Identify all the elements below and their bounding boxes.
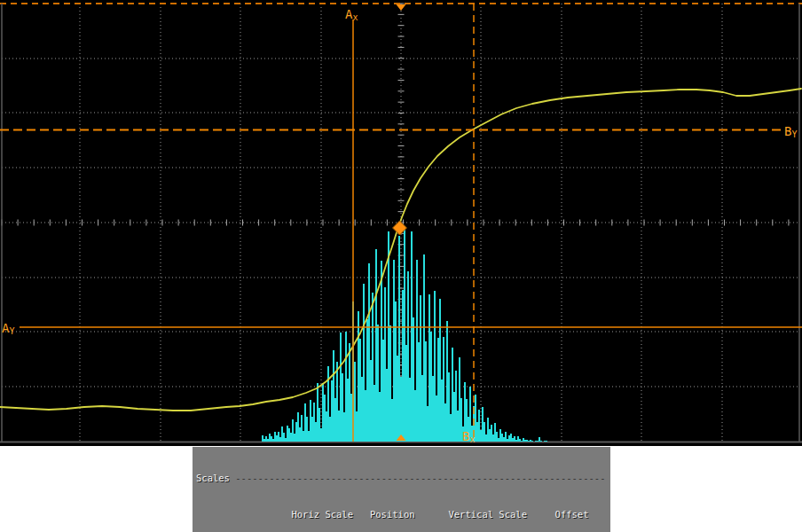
histogram-bar <box>427 406 429 442</box>
histogram-bar <box>345 332 347 442</box>
histogram-bar <box>304 403 306 442</box>
histogram-bar <box>313 403 315 442</box>
histogram-bar <box>389 325 391 442</box>
histogram-bar <box>343 412 345 442</box>
histogram-bar <box>531 441 533 442</box>
histogram-bar <box>373 385 375 442</box>
histogram-bar <box>386 369 388 442</box>
histogram-bar <box>263 439 265 442</box>
histogram-bar <box>310 400 311 442</box>
readout-panel: Scales ---------------------------------… <box>193 447 610 532</box>
histogram-bar <box>423 254 425 442</box>
histogram-bar <box>453 392 455 442</box>
histogram-bar <box>478 410 480 442</box>
histogram-bar <box>400 377 402 442</box>
histogram-bar <box>515 440 517 442</box>
histogram-bar <box>303 431 304 442</box>
histogram-bar <box>457 411 459 442</box>
histogram-bar <box>317 383 318 442</box>
histogram-bar <box>429 294 430 442</box>
histogram-bar <box>333 350 334 442</box>
histogram-bar <box>489 429 491 442</box>
histogram-bar <box>404 226 405 442</box>
histogram-bar <box>446 321 448 442</box>
histogram-bar <box>368 263 370 442</box>
histogram-bar <box>508 435 510 442</box>
histogram-bar <box>329 417 331 442</box>
scope-graticule: AxAYBxBY <box>0 0 802 446</box>
histogram-bar <box>494 423 496 442</box>
histogram-bar <box>523 438 524 442</box>
histogram-bar <box>507 439 508 442</box>
histogram-bar <box>276 435 278 442</box>
histogram-bar <box>418 342 420 442</box>
histogram-bar <box>544 441 546 442</box>
histogram-bar <box>297 412 299 442</box>
histogram-bar <box>315 422 317 442</box>
histogram-bar <box>272 439 274 442</box>
histogram-bar <box>420 295 421 442</box>
histogram-bar <box>510 434 512 442</box>
histogram-bar <box>349 343 350 442</box>
histogram-bar <box>363 284 365 442</box>
histogram-bar <box>503 437 505 442</box>
histogram-bar <box>517 436 519 442</box>
histogram-bar <box>514 436 515 442</box>
histogram-bar <box>492 434 494 442</box>
histogram-bar <box>455 371 457 442</box>
histogram-bar <box>405 345 407 442</box>
histogram-bar <box>281 426 283 442</box>
histogram-bar <box>347 379 349 442</box>
histogram-bar <box>326 411 327 442</box>
histogram-bar <box>448 372 450 442</box>
histogram-bar <box>443 337 444 442</box>
histogram-bar <box>322 383 324 442</box>
histogram-bar <box>290 433 292 442</box>
histogram-bar <box>535 441 537 442</box>
histogram-bar <box>361 377 363 442</box>
histogram-bar <box>437 338 439 442</box>
histogram-bar <box>308 431 310 442</box>
histogram-bar <box>539 437 540 442</box>
histogram-bar <box>382 340 384 442</box>
histogram-bar <box>519 439 521 442</box>
scales-title: Scales <box>196 473 235 483</box>
histogram-bar <box>391 399 393 442</box>
histogram-bar <box>444 403 446 442</box>
histogram-bar <box>271 436 272 442</box>
histogram-bar <box>311 417 313 442</box>
histogram-bar <box>398 236 400 442</box>
histogram-bar <box>491 425 492 442</box>
histogram-bar <box>384 287 386 442</box>
histogram-bar <box>294 434 295 442</box>
histogram-bar <box>320 428 322 442</box>
histogram-bar <box>269 434 271 442</box>
histogram-bar <box>262 435 263 442</box>
histogram-bar <box>287 426 288 442</box>
histogram-bar <box>441 379 443 442</box>
histogram-bar <box>365 390 366 442</box>
histogram-bar <box>285 438 287 442</box>
histogram-bar <box>476 422 478 442</box>
histogram-bar <box>274 432 276 442</box>
histogram-bar <box>498 438 499 442</box>
histogram-bar <box>402 290 404 442</box>
histogram-bar <box>537 441 539 442</box>
histogram-bar <box>407 271 409 442</box>
histogram-bar <box>295 422 297 442</box>
histogram-bar <box>288 428 290 442</box>
histogram-bar <box>501 434 503 442</box>
histogram-bar <box>395 301 397 442</box>
scales-rule-dashes: ----------------------------------------… <box>235 473 605 483</box>
histogram-bar <box>267 439 269 442</box>
histogram-bar <box>521 441 523 442</box>
histogram-bar <box>397 356 398 442</box>
histogram-bar <box>336 362 338 442</box>
histogram-bar <box>432 376 434 442</box>
histogram-bar <box>411 231 413 442</box>
histogram-bar <box>318 408 320 442</box>
histogram-bar <box>421 375 423 442</box>
histogram-bar <box>381 261 382 442</box>
histogram-bar <box>370 360 372 442</box>
histogram-bar <box>338 411 340 442</box>
